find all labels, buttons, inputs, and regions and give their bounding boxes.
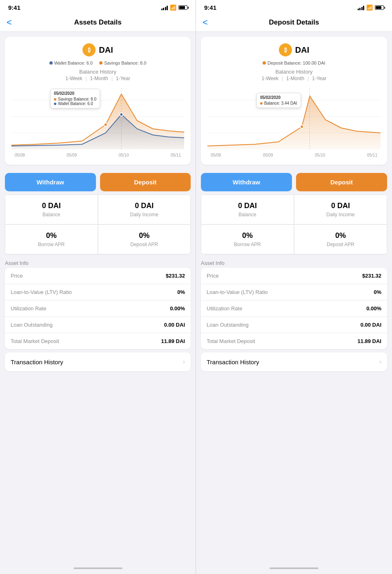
- svg-text:₿: ₿: [284, 47, 287, 53]
- nav-header-2: < Deposit Details: [196, 13, 392, 32]
- withdraw-button-2[interactable]: Withdraw: [201, 173, 292, 191]
- info-row-loan-1: Loan Outstanding 0.00 DAI: [5, 317, 191, 333]
- home-bar-1: [74, 567, 122, 569]
- info-key-price-2: Price: [207, 273, 219, 279]
- status-time-2: 9:41: [204, 4, 216, 11]
- legend-1: Wallet Balance: 6.0 Savings Balance: 8.0: [11, 61, 184, 65]
- info-val-loan-1: 0.00 DAI: [164, 322, 185, 328]
- asset-info-card-2: Price $231.32 Loan-to-Value (LTV) Ratio …: [201, 268, 387, 349]
- info-val-loan-2: 0.00 DAI: [361, 322, 381, 328]
- info-val-price-2: $231.32: [362, 273, 381, 279]
- info-val-ltv-2: 0%: [374, 289, 381, 295]
- xlabel-0509-1: 05/09: [67, 153, 77, 157]
- stats-grid-2: 0 DAI Balance 0 DAI Daily Income 0% Borr…: [201, 195, 387, 254]
- info-row-price-1: Price $231.32: [5, 268, 191, 284]
- txn-row-1: Transaction History ›: [5, 352, 191, 371]
- xlabel-0508-2: 05/08: [211, 153, 221, 157]
- stat-label-balance-2: Balance: [208, 212, 287, 217]
- chart-area-2: 05/02/2020 Balance: 3.44 DAI 05/08 05/09…: [207, 85, 381, 158]
- stat-value-deposit-apr-1: 0%: [105, 231, 184, 240]
- asset-info-label-1: Asset Info: [0, 258, 196, 268]
- txn-card-1[interactable]: Transaction History ›: [5, 352, 191, 371]
- dai-icon-2: ₿: [279, 43, 292, 56]
- tab-1month-2[interactable]: 1-Month: [286, 76, 304, 81]
- stat-label-borrow-apr-1: Borrow APR: [12, 242, 91, 247]
- stat-label-balance-1: Balance: [12, 212, 91, 217]
- chart-area-1: 05/02/2020 Savings Balance: 8.0 Wallet B…: [11, 85, 184, 158]
- screens-container: 9:41 📶 < Assets Details: [0, 0, 392, 574]
- tab-1year-1[interactable]: 1-Year: [116, 76, 130, 81]
- token-name-1: DAI: [99, 45, 113, 55]
- stat-label-daily-income-2: Daily Income: [301, 212, 380, 217]
- txn-label-1: Transaction History: [11, 359, 63, 365]
- stat-label-deposit-apr-1: Deposit APR: [105, 242, 184, 247]
- token-card-1: ₿ DAI Wallet Balance: 6.0 Savings Balanc…: [5, 37, 191, 165]
- xlabel-0508-1: 05/08: [15, 153, 25, 157]
- tab-1month-1[interactable]: 1-Month: [90, 76, 108, 81]
- action-buttons-1: Withdraw Deposit: [0, 168, 196, 195]
- info-row-deposit-2: Total Market Deposit 11.89 DAI: [201, 333, 387, 349]
- svg-point-8: [120, 113, 123, 116]
- tooltip-savings-label-1: Savings Balance: 8.0: [58, 97, 96, 101]
- tooltip-row-wallet-1: Wallet Balance: 6.0: [54, 101, 96, 106]
- tooltip-date-1: 05/02/2020: [54, 91, 96, 96]
- stat-value-balance-2: 0 DAI: [208, 202, 287, 210]
- tab-1year-2[interactable]: 1-Year: [312, 76, 326, 81]
- page-title-2: Deposit Details: [269, 18, 319, 27]
- screen-deposit-details: 9:41 📶 < Deposit Details: [196, 0, 392, 574]
- chart-tabs-1: 1-Week | 1-Month | 1-Year: [11, 76, 184, 81]
- status-bar-2: 9:41 📶: [196, 0, 392, 13]
- wifi-icon-2: 📶: [366, 4, 373, 11]
- info-row-util-2: Utilization Rate 0.00%: [201, 300, 387, 317]
- info-val-util-1: 0.00%: [170, 305, 185, 312]
- chart-tooltip-1: 05/02/2020 Savings Balance: 8.0 Wallet B…: [50, 89, 100, 108]
- stat-label-deposit-apr-2: Deposit APR: [301, 242, 380, 247]
- stat-value-borrow-apr-2: 0%: [208, 231, 287, 240]
- stat-value-borrow-apr-1: 0%: [12, 231, 91, 240]
- status-bar-1: 9:41 📶: [0, 0, 196, 13]
- wifi-icon-1: 📶: [170, 4, 176, 11]
- deposit-button-2[interactable]: Deposit: [296, 173, 387, 191]
- deposit-button-1[interactable]: Deposit: [100, 173, 191, 191]
- back-button-1[interactable]: <: [7, 17, 12, 28]
- tooltip-dot-deposit-2: [260, 102, 263, 105]
- info-row-util-1: Utilization Rate 0.00%: [5, 300, 191, 317]
- txn-label-2: Transaction History: [207, 359, 259, 365]
- action-buttons-2: Withdraw Deposit: [196, 168, 392, 195]
- asset-info-card-1: Price $231.32 Loan-to-Value (LTV) Ratio …: [5, 268, 191, 349]
- chart-xlabels-1: 05/08 05/09 05/10 05/11: [11, 152, 184, 158]
- info-key-deposit-1: Total Market Deposit: [11, 338, 59, 344]
- stat-borrow-apr-2: 0% Borrow APR: [201, 224, 294, 254]
- withdraw-button-1[interactable]: Withdraw: [5, 173, 96, 191]
- tab-1week-1[interactable]: 1-Week: [65, 76, 82, 81]
- chevron-right-icon-2: ›: [379, 358, 381, 365]
- svg-text:₿: ₿: [88, 47, 91, 53]
- chart-title-2: Balance History: [207, 69, 381, 75]
- back-button-2[interactable]: <: [203, 17, 208, 28]
- txn-card-2[interactable]: Transaction History ›: [201, 352, 387, 371]
- legend-item-deposit: Deposit Balance: 100.00 DAI: [263, 61, 325, 65]
- token-header-1: ₿ DAI: [11, 43, 184, 56]
- info-key-loan-2: Loan Outstanding: [207, 322, 249, 328]
- svg-point-17: [300, 125, 303, 128]
- info-key-price-1: Price: [11, 273, 23, 279]
- token-card-2: ₿ DAI Deposit Balance: 100.00 DAI Balanc…: [201, 37, 387, 165]
- xlabel-0511-1: 05/11: [171, 153, 181, 157]
- legend-item-wallet: Wallet Balance: 6.0: [49, 61, 93, 65]
- xlabel-0511-2: 05/11: [367, 153, 377, 157]
- tooltip-row-deposit-2: Balance: 3.44 DAI: [260, 101, 297, 105]
- xlabel-0510-1: 05/10: [119, 153, 129, 157]
- info-row-loan-2: Loan Outstanding 0.00 DAI: [201, 317, 387, 333]
- stat-deposit-apr-1: 0% Deposit APR: [98, 224, 191, 254]
- legend-dot-savings: [99, 61, 102, 65]
- tooltip-date-2: 05/02/2020: [260, 95, 297, 100]
- tooltip-dot-wallet-1: [54, 103, 56, 105]
- stats-grid-1: 0 DAI Balance 0 DAI Daily Income 0% Borr…: [5, 195, 191, 254]
- info-key-util-2: Utilization Rate: [207, 305, 242, 312]
- legend-label-savings: Savings Balance: 8.0: [104, 61, 146, 65]
- chart-tabs-2: 1-Week | 1-Month | 1-Year: [207, 76, 381, 81]
- stat-daily-income-1: 0 DAI Daily Income: [98, 195, 191, 224]
- tab-1week-2[interactable]: 1-Week: [262, 76, 278, 81]
- signal-icon-2: [358, 5, 365, 10]
- home-bar-2: [270, 567, 318, 569]
